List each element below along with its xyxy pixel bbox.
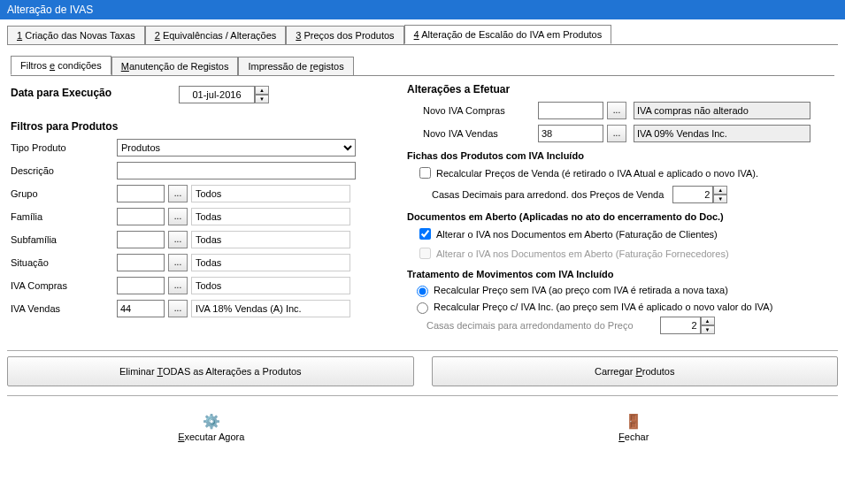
tratamento-title: Tratamento de Movimentos com IVA Incluíd… xyxy=(407,269,834,279)
filter-row: Situação...Todas xyxy=(11,253,400,272)
filter-label: IVA Compras xyxy=(11,280,117,291)
filter-code-input[interactable] xyxy=(117,185,165,202)
filter-label: Subfamília xyxy=(11,234,117,245)
filter-row: IVA Compras...Todos xyxy=(11,276,400,295)
filter-lookup-button[interactable]: ... xyxy=(168,185,188,202)
fechar-button[interactable]: 🚪 Fechar xyxy=(423,407,846,447)
alterar-clientes-label: Alterar o IVA nos Documentos em Aberto (… xyxy=(436,229,718,240)
gears-icon: ⚙️ xyxy=(203,413,220,430)
casas-decimais-label: Casas Decimais para arredond. dos Preços… xyxy=(432,189,664,200)
novo-iva-compras-desc xyxy=(634,102,810,119)
filter-lookup-button[interactable]: ... xyxy=(168,231,188,248)
recalcular-sem-iva-label: Recalcular Preço sem IVA (ao preço com I… xyxy=(434,285,728,295)
novo-iva-compras-label: Novo IVA Compras xyxy=(423,105,538,116)
recalcular-com-iva-label: Recalcular Preço c/ IVA Inc. (ao preço s… xyxy=(434,302,772,312)
filter-lookup-button[interactable]: ... xyxy=(168,300,188,317)
filter-code-input[interactable] xyxy=(117,254,165,271)
novo-iva-vendas-desc xyxy=(634,125,810,142)
recalcular-precos-checkbox[interactable] xyxy=(419,167,431,179)
fichas-title: Fichas dos Produtos com IVA Incluído xyxy=(407,150,834,161)
filter-desc: Todos xyxy=(191,185,350,202)
filter-label: Grupo xyxy=(11,188,117,199)
subtab-manutencao[interactable]: Manutenção de Registos xyxy=(111,57,239,76)
tab-criacao[interactable]: 1 Criação das Novas Taxas xyxy=(7,26,145,45)
window-title: Alteração de IVAS xyxy=(0,0,845,19)
filter-label: Família xyxy=(11,211,117,222)
alterar-fornecedores-label: Alterar o IVA nos Documentos em Aberto (… xyxy=(436,248,729,259)
descricao-input[interactable] xyxy=(117,162,356,179)
casas2-spinner[interactable]: ▲ ▼ xyxy=(660,317,715,334)
casas-spin-up[interactable]: ▲ xyxy=(713,186,727,195)
casas-decimais-spinner[interactable]: ▲ ▼ xyxy=(672,186,727,203)
filter-desc: Todas xyxy=(191,208,350,225)
filter-lookup-button[interactable]: ... xyxy=(168,254,188,271)
filter-code-input[interactable] xyxy=(117,300,165,317)
filter-lookup-button[interactable]: ... xyxy=(168,277,188,294)
novo-iva-compras-lookup[interactable]: ... xyxy=(607,102,626,119)
eliminar-button[interactable]: Eliminar TODAS as Alterações a Produtos xyxy=(7,356,414,386)
novo-iva-compras-input[interactable] xyxy=(538,102,603,119)
tab-alteracao-escalao[interactable]: 4 Alteração de Escalão do IVA em Produto… xyxy=(404,25,612,44)
casas2-spin-up[interactable]: ▲ xyxy=(701,317,715,325)
filter-code-input[interactable] xyxy=(117,208,165,225)
filter-code-input[interactable] xyxy=(117,231,165,248)
novo-iva-vendas-input[interactable] xyxy=(538,125,603,142)
filter-row: Família...Todas xyxy=(11,207,400,226)
recalcular-com-iva-radio[interactable] xyxy=(417,302,428,314)
casas-spin-down[interactable]: ▼ xyxy=(713,195,727,203)
subtab-filtros[interactable]: Filtros e condições xyxy=(11,56,111,75)
tab-equivalencias[interactable]: 2 Equivalências / Alterações xyxy=(145,26,287,45)
carregar-button[interactable]: Carregar Produtos xyxy=(432,356,839,386)
filter-lookup-button[interactable]: ... xyxy=(168,208,188,225)
filter-row: Grupo...Todos xyxy=(11,184,400,203)
casas2-label: Casas decimais para arredondamento do Pr… xyxy=(426,320,634,331)
filter-desc: Todas xyxy=(191,231,350,248)
data-execucao-label: Data para Execução xyxy=(11,87,179,99)
date-spin-up[interactable]: ▲ xyxy=(255,86,269,95)
date-spin-down[interactable]: ▼ xyxy=(255,95,269,103)
tipo-produto-select[interactable]: Produtos xyxy=(117,139,356,157)
data-execucao-input[interactable]: ▲ ▼ xyxy=(179,86,269,103)
recalcular-sem-iva-radio[interactable] xyxy=(417,286,428,297)
tipo-produto-label: Tipo Produto xyxy=(11,142,117,153)
filter-row: Subfamília...Todas xyxy=(11,230,400,249)
descricao-label: Descrição xyxy=(11,165,117,176)
novo-iva-vendas-label: Novo IVA Vendas xyxy=(423,128,538,139)
novo-iva-vendas-lookup[interactable]: ... xyxy=(607,125,626,142)
sub-tabs: Filtros e condições Manutenção de Regist… xyxy=(7,52,838,75)
main-tabs: 1 Criação das Novas Taxas 2 Equivalência… xyxy=(0,19,845,44)
filter-label: Situação xyxy=(11,257,117,268)
filter-label: IVA Vendas xyxy=(11,303,117,314)
alterar-fornecedores-checkbox xyxy=(419,248,431,259)
door-icon: 🚪 xyxy=(625,413,642,430)
filter-desc: IVA 18% Vendas (A) Inc. xyxy=(191,300,350,317)
filter-code-input[interactable] xyxy=(117,277,165,294)
filter-desc: Todos xyxy=(191,277,350,294)
tab-precos[interactable]: 3 Preços dos Produtos xyxy=(286,26,403,45)
executar-button[interactable]: ⚙️ Executar Agora xyxy=(0,407,423,447)
docs-aberto-title: Documentos em Aberto (Aplicadas no ato d… xyxy=(407,211,834,222)
filter-desc: Todas xyxy=(191,254,350,271)
alterar-clientes-checkbox[interactable] xyxy=(419,228,431,240)
filtros-title: Filtros para Produtos xyxy=(11,120,400,133)
filter-row: IVA Vendas...IVA 18% Vendas (A) Inc. xyxy=(11,299,400,318)
recalcular-precos-label: Recalcular Preços de Venda (é retirado o… xyxy=(436,168,758,179)
subtab-impressao[interactable]: Impressão de registos xyxy=(238,57,353,76)
casas2-spin-down[interactable]: ▼ xyxy=(701,325,715,334)
alteracoes-title: Alterações a Efetuar xyxy=(407,83,834,95)
